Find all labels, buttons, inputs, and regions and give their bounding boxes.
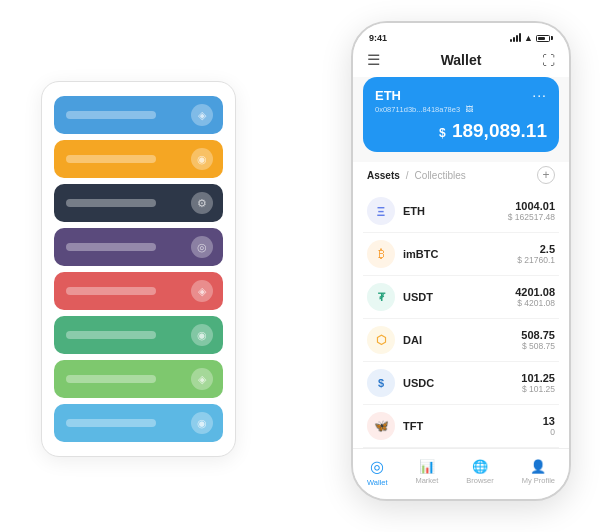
wallet-nav-label: Wallet <box>367 478 388 487</box>
usdt-asset-name: USDT <box>403 291 515 303</box>
eth-card[interactable]: ETH ··· 0x08711d3b...8418a78e3 🖼 $ 189,0… <box>363 77 559 152</box>
usdc-values: 101.25 $ 101.25 <box>521 372 555 394</box>
eth-balance: $ 189,089.11 <box>375 120 547 142</box>
nav-wallet[interactable]: ◎ Wallet <box>367 457 388 487</box>
usdc-asset-name: USDC <box>403 377 521 389</box>
add-asset-button[interactable]: + <box>537 166 555 184</box>
tab-divider: / <box>406 170 409 181</box>
imbtc-asset-name: imBTC <box>403 248 517 260</box>
asset-row-tft[interactable]: 🦋 TFT 13 0 <box>363 405 559 448</box>
tft-asset-name: TFT <box>403 420 543 432</box>
card-item-3[interactable]: ⚙ <box>54 184 223 222</box>
card-label-2 <box>66 155 156 163</box>
page-title: Wallet <box>441 52 482 68</box>
eth-ticker: ETH <box>375 88 401 103</box>
bottom-nav: ◎ Wallet 📊 Market 🌐 Browser 👤 My Profile <box>353 448 569 499</box>
tab-assets[interactable]: Assets <box>367 170 400 181</box>
card-icon-4: ◎ <box>191 236 213 258</box>
dollar-sign: $ <box>439 126 446 140</box>
usdc-amount: 101.25 <box>521 372 555 384</box>
eth-address: 0x08711d3b...8418a78e3 🖼 <box>375 105 547 114</box>
phone-mockup: 9:41 ▲ ☰ Wallet ⛶ <box>351 21 571 501</box>
card-label-5 <box>66 287 156 295</box>
usdt-icon: ₮ <box>367 283 395 311</box>
expand-icon[interactable]: ⛶ <box>542 53 555 68</box>
browser-nav-label: Browser <box>466 476 494 485</box>
usdt-amount: 4201.08 <box>515 286 555 298</box>
imbtc-name-col: imBTC <box>403 248 517 260</box>
card-label-3 <box>66 199 156 207</box>
card-icon-8: ◉ <box>191 412 213 434</box>
eth-balance-amount: 189,089.11 <box>452 120 547 141</box>
asset-row-usdt[interactable]: ₮ USDT 4201.08 $ 4201.08 <box>363 276 559 319</box>
dai-name-col: DAI <box>403 334 521 346</box>
eth-card-header: ETH ··· <box>375 87 547 103</box>
imbtc-values: 2.5 $ 21760.1 <box>517 243 555 265</box>
card-label-6 <box>66 331 156 339</box>
eth-name-col: ETH <box>403 205 508 217</box>
browser-nav-icon: 🌐 <box>472 459 488 474</box>
card-item-6[interactable]: ◉ <box>54 316 223 354</box>
usdc-icon: $ <box>367 369 395 397</box>
top-nav: ☰ Wallet ⛶ <box>353 47 569 77</box>
dai-asset-name: DAI <box>403 334 521 346</box>
card-icon-5: ◈ <box>191 280 213 302</box>
usdc-name-col: USDC <box>403 377 521 389</box>
profile-nav-label: My Profile <box>522 476 555 485</box>
battery-icon <box>536 35 553 42</box>
card-label-1 <box>66 111 156 119</box>
dai-usd: $ 508.75 <box>521 341 555 351</box>
nav-profile[interactable]: 👤 My Profile <box>522 459 555 485</box>
status-icons: ▲ <box>510 33 553 43</box>
usdc-usd: $ 101.25 <box>521 384 555 394</box>
nav-browser[interactable]: 🌐 Browser <box>466 459 494 485</box>
market-nav-icon: 📊 <box>419 459 435 474</box>
card-item-5[interactable]: ◈ <box>54 272 223 310</box>
usdt-usd: $ 4201.08 <box>515 298 555 308</box>
tft-values: 13 0 <box>543 415 555 437</box>
card-icon-2: ◉ <box>191 148 213 170</box>
card-icon-3: ⚙ <box>191 192 213 214</box>
eth-values: 1004.01 $ 162517.48 <box>508 200 555 222</box>
card-icon-7: ◈ <box>191 368 213 390</box>
card-item-8[interactable]: ◉ <box>54 404 223 442</box>
eth-usd: $ 162517.48 <box>508 212 555 222</box>
market-nav-label: Market <box>415 476 438 485</box>
status-bar: 9:41 ▲ <box>353 23 569 47</box>
card-item-1[interactable]: ◈ <box>54 96 223 134</box>
card-item-4[interactable]: ◎ <box>54 228 223 266</box>
assets-header: Assets / Collectibles + <box>353 162 569 190</box>
card-icon-1: ◈ <box>191 104 213 126</box>
card-item-2[interactable]: ◉ <box>54 140 223 178</box>
usdt-values: 4201.08 $ 4201.08 <box>515 286 555 308</box>
nav-market[interactable]: 📊 Market <box>415 459 438 485</box>
imbtc-icon: ₿ <box>367 240 395 268</box>
scene: ◈ ◉ ⚙ ◎ ◈ ◉ ◈ ◉ <box>21 21 581 511</box>
wifi-icon: ▲ <box>524 33 533 43</box>
time-display: 9:41 <box>369 33 387 43</box>
tab-collectibles[interactable]: Collectibles <box>415 170 466 181</box>
card-item-7[interactable]: ◈ <box>54 360 223 398</box>
eth-icon: Ξ <box>367 197 395 225</box>
usdt-name-col: USDT <box>403 291 515 303</box>
dai-amount: 508.75 <box>521 329 555 341</box>
eth-dots: ··· <box>532 87 547 103</box>
card-stack: ◈ ◉ ⚙ ◎ ◈ ◉ ◈ ◉ <box>41 81 236 457</box>
card-label-4 <box>66 243 156 251</box>
tft-amount: 13 <box>543 415 555 427</box>
imbtc-usd: $ 21760.1 <box>517 255 555 265</box>
dai-icon: ⬡ <box>367 326 395 354</box>
menu-icon[interactable]: ☰ <box>367 51 380 69</box>
asset-row-eth[interactable]: Ξ ETH 1004.01 $ 162517.48 <box>363 190 559 233</box>
tft-usd: 0 <box>543 427 555 437</box>
wallet-nav-icon: ◎ <box>370 457 384 476</box>
eth-asset-name: ETH <box>403 205 508 217</box>
profile-nav-icon: 👤 <box>530 459 546 474</box>
imbtc-amount: 2.5 <box>517 243 555 255</box>
asset-row-imbtc[interactable]: ₿ imBTC 2.5 $ 21760.1 <box>363 233 559 276</box>
signal-icon <box>510 34 521 42</box>
asset-row-dai[interactable]: ⬡ DAI 508.75 $ 508.75 <box>363 319 559 362</box>
card-icon-6: ◉ <box>191 324 213 346</box>
card-label-8 <box>66 419 156 427</box>
asset-row-usdc[interactable]: $ USDC 101.25 $ 101.25 <box>363 362 559 405</box>
